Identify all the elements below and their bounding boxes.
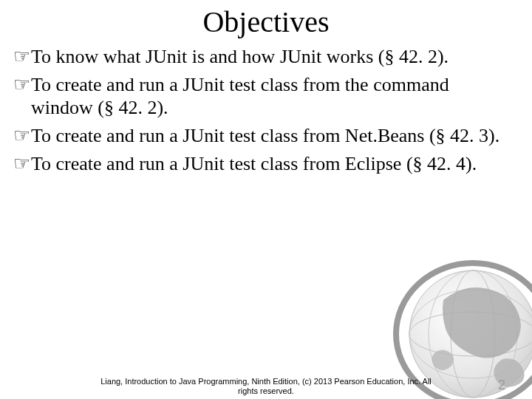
copyright-footer: Liang, Introduction to Java Programming,… [0, 377, 532, 396]
pointing-hand-icon: ☞ [13, 73, 31, 97]
list-item: ☞To create and run a JUnit test class fr… [13, 124, 514, 148]
list-item-text: To create and run a JUnit test class fro… [31, 125, 499, 146]
pointing-hand-icon: ☞ [13, 124, 31, 148]
svg-point-2 [409, 312, 532, 356]
list-item-text: To create and run a JUnit test class fro… [31, 153, 477, 174]
list-item-text: To know what JUnit is and how JUnit work… [31, 46, 449, 67]
pointing-hand-icon: ☞ [13, 45, 31, 69]
svg-point-3 [409, 290, 532, 378]
slide: Objectives ☞To know what JUnit is and ho… [0, 4, 532, 399]
footer-line-1: Liang, Introduction to Java Programming,… [0, 377, 532, 386]
page-number: 2 [498, 378, 505, 393]
pointing-hand-icon: ☞ [13, 152, 31, 176]
list-item: ☞To know what JUnit is and how JUnit wor… [13, 45, 514, 69]
list-item: ☞To create and run a JUnit test class fr… [13, 73, 514, 120]
footer-line-2: rights reserved. [0, 386, 532, 396]
objectives-list: ☞To know what JUnit is and how JUnit wor… [0, 45, 532, 176]
slide-title: Objectives [0, 4, 532, 39]
list-item: ☞To create and run a JUnit test class fr… [13, 152, 514, 176]
list-item-text: To create and run a JUnit test class fro… [31, 74, 449, 119]
